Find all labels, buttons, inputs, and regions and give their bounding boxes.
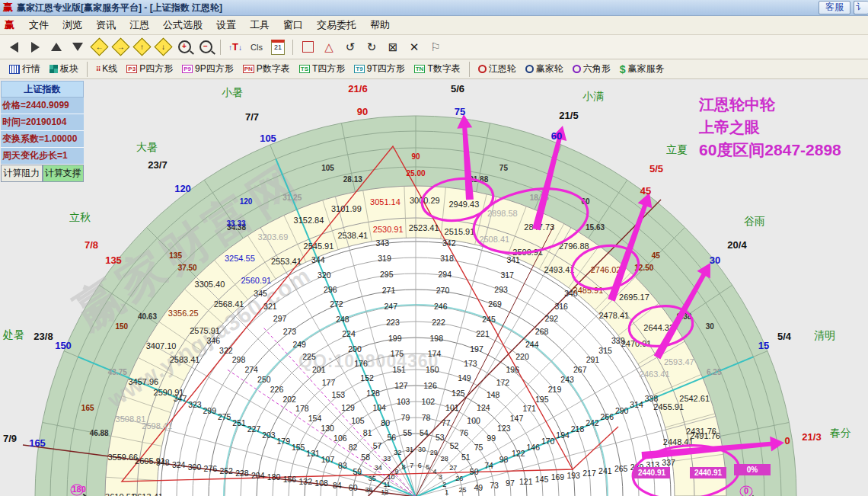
svg-text:45: 45 (652, 251, 661, 260)
svg-text:2508.41: 2508.41 (479, 235, 509, 244)
solar-term-label: 处暑 (3, 328, 24, 342)
svg-text:84: 84 (333, 481, 342, 490)
svg-text:174: 174 (428, 349, 442, 358)
svg-text:274: 274 (244, 365, 258, 374)
wheel-scale-label: 120 (174, 183, 191, 194)
svg-text:11: 11 (383, 481, 390, 488)
svg-text:146: 146 (527, 443, 541, 452)
diamond-left-icon[interactable]: ← (89, 38, 109, 56)
tab-label: 赢家轮 (536, 62, 563, 75)
svg-text:43.75: 43.75 (108, 368, 127, 376)
menu-item-0[interactable]: 文件 (22, 17, 56, 34)
menu-item-5[interactable]: 设置 (209, 17, 243, 34)
svg-text:2575.91: 2575.91 (190, 326, 220, 335)
wheel-scale-label: 20/4 (727, 239, 746, 251)
svg-text:243: 243 (560, 375, 574, 384)
rotate-ccw-icon[interactable]: ↺ (340, 38, 360, 56)
zoom-in-icon[interactable]: + (174, 38, 194, 56)
menu-item-8[interactable]: 交易委托 (310, 17, 363, 34)
tab-赢家服务[interactable]: $赢家服务 (620, 62, 665, 75)
toolbar-separator (292, 40, 293, 55)
svg-text:225: 225 (302, 352, 316, 361)
svg-text:29: 29 (430, 449, 438, 456)
pan-right-icon[interactable] (25, 38, 45, 56)
pan-down-icon[interactable] (68, 38, 88, 56)
diamond-down-icon[interactable]: ↓ (153, 38, 173, 56)
svg-text:2583.41: 2583.41 (170, 355, 200, 364)
svg-text:75: 75 (499, 164, 509, 172)
flag-icon[interactable]: ⚐ (426, 38, 445, 56)
pan-left-icon[interactable] (4, 38, 24, 56)
tab-T四方形[interactable]: TST四方形 (299, 62, 346, 75)
pan-up-icon[interactable] (46, 38, 66, 56)
svg-text:3101.99: 3101.99 (331, 204, 362, 213)
customer-service-button[interactable]: 客服 (819, 1, 850, 14)
svg-text:121: 121 (519, 477, 533, 486)
tab-label: 行情 (22, 62, 40, 75)
svg-text:152: 152 (360, 373, 374, 382)
tab-P数字表[interactable]: PNP数字表 (243, 62, 290, 75)
app-logo-icon: 赢 (3, 1, 13, 14)
tab-9P四方形[interactable]: P99P四方形 (182, 62, 233, 75)
menu-item-7[interactable]: 窗口 (276, 17, 310, 34)
svg-text:40.63: 40.63 (138, 312, 157, 321)
tab-T数字表[interactable]: TNT数字表 (414, 62, 461, 75)
svg-text:81: 81 (363, 428, 372, 437)
menu-item-9[interactable]: 帮助 (363, 17, 397, 34)
menu-item-2[interactable]: 资讯 (89, 17, 123, 34)
red-square-icon[interactable] (298, 38, 318, 56)
svg-text:30: 30 (706, 322, 715, 331)
wheel-scale-label: 90 (357, 106, 368, 117)
svg-text:155: 155 (292, 443, 305, 452)
menu-item-3[interactable]: 江恩 (123, 17, 156, 34)
wheel-scale-label: 0 (784, 435, 790, 446)
svg-text:104: 104 (372, 403, 386, 412)
diamond-up-icon[interactable]: ↑ (132, 38, 152, 56)
svg-text:53: 53 (436, 433, 445, 442)
svg-text:193: 193 (566, 471, 580, 480)
cls-icon[interactable]: Cls (247, 38, 266, 56)
tab-赢家轮[interactable]: 赢家轮 (525, 62, 563, 75)
svg-text:7: 7 (410, 462, 413, 469)
menu-item-4[interactable]: 公式选股 (156, 17, 209, 34)
svg-text:218: 218 (571, 424, 585, 434)
svg-text:60: 60 (349, 483, 358, 492)
tab-K线[interactable]: ꜟꜟK线 (96, 62, 117, 75)
tab-江恩轮[interactable]: 江恩轮 (478, 62, 516, 75)
tab-P四方形[interactable]: P3P四方形 (126, 62, 173, 75)
svg-text:2796.88: 2796.88 (559, 242, 589, 251)
menu-item-1[interactable]: 浏览 (56, 17, 89, 34)
calc-support-button[interactable]: 计算支撑 (43, 165, 85, 182)
svg-text:196: 196 (506, 365, 519, 374)
calc-resistance-button[interactable]: 计算阻力 (1, 165, 43, 182)
tab-六角形[interactable]: 六角形 (573, 62, 611, 75)
svg-text:194: 194 (556, 430, 570, 440)
badge-icon-P3: P3 (126, 65, 137, 73)
svg-text:3254.55: 3254.55 (225, 254, 255, 263)
tab-板块[interactable]: 板块 (49, 62, 78, 75)
svg-text:165: 165 (81, 404, 94, 412)
tab-label: K线 (102, 62, 117, 75)
calendar-21-icon[interactable]: 21 (268, 38, 288, 56)
fit-screen-icon[interactable]: ✕ (404, 38, 424, 56)
tab-9T四方形[interactable]: T99T四方形 (354, 62, 404, 75)
svg-text:28.13: 28.13 (343, 175, 362, 184)
diamond-right-icon[interactable]: → (110, 38, 130, 56)
partial-button[interactable]: 讠 (854, 1, 868, 14)
t-updown-icon[interactable]: ↑T↓ (225, 38, 245, 56)
zoom-out-icon[interactable]: − (196, 38, 215, 56)
svg-text:338: 338 (645, 394, 659, 403)
svg-text:314: 314 (630, 400, 643, 409)
svg-text:180: 180 (267, 472, 281, 482)
svg-text:2530.91: 2530.91 (373, 225, 404, 234)
rotate-cw-icon[interactable]: ↻ (362, 38, 381, 56)
red-triangle-icon[interactable]: △ (319, 38, 339, 56)
svg-text:200: 200 (348, 344, 362, 354)
svg-text:199: 199 (388, 334, 402, 343)
solar-term-label: 清明 (814, 329, 835, 343)
menu-item-6[interactable]: 工具 (243, 17, 276, 34)
maximize-icon[interactable]: ⊠ (383, 38, 403, 56)
svg-text:337: 337 (662, 458, 675, 467)
tab-行情[interactable]: 行情 (9, 62, 40, 75)
tab-label: P四方形 (139, 62, 173, 75)
